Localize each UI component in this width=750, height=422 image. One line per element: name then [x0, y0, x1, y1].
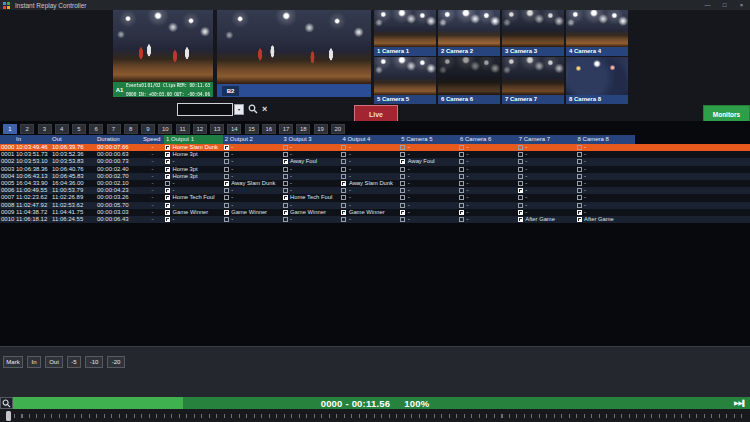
channel-5-checkbox[interactable]	[400, 167, 405, 172]
channel-3-checkbox[interactable]	[283, 159, 288, 164]
channel-7-checkbox[interactable]	[518, 145, 523, 150]
mark-button-out[interactable]: Out	[45, 356, 63, 368]
channel-6-checkbox[interactable]	[459, 217, 464, 222]
channel-3-checkbox[interactable]	[283, 210, 288, 215]
channel-8-checkbox[interactable]	[577, 210, 582, 215]
channel-4-checkbox[interactable]	[341, 195, 346, 200]
channel-5-checkbox[interactable]	[400, 188, 405, 193]
channel-7-checkbox[interactable]	[518, 195, 523, 200]
channel-1-checkbox[interactable]	[165, 210, 170, 215]
channel-4-checkbox[interactable]	[341, 181, 346, 186]
channel-4-checkbox[interactable]	[341, 152, 346, 157]
program-monitor-a[interactable]: A1 Events0101/02 ClipsREM: 00:11.63 0000…	[113, 10, 213, 97]
playback-progress-bar[interactable]: 0000 - 00:11.56 100% ▶▶▌	[0, 397, 750, 409]
channel-7-checkbox[interactable]	[518, 188, 523, 193]
channel-4-checkbox[interactable]	[341, 210, 346, 215]
tab-13[interactable]: 13	[210, 124, 224, 134]
channel-8-checkbox[interactable]	[577, 203, 582, 208]
channel-6-checkbox[interactable]	[459, 203, 464, 208]
tab-7[interactable]: 7	[107, 124, 121, 134]
channel-1-checkbox[interactable]	[165, 167, 170, 172]
tab-10[interactable]: 10	[158, 124, 172, 134]
channel-5-checkbox[interactable]	[400, 217, 405, 222]
channel-2-checkbox[interactable]	[224, 217, 229, 222]
channel-3-checkbox[interactable]	[283, 174, 288, 179]
channel-8-checkbox[interactable]	[577, 159, 582, 164]
channel-8-checkbox[interactable]	[577, 217, 582, 222]
channel-2-checkbox[interactable]	[224, 159, 229, 164]
table-row[interactable]: 000110:03:51.7310:03:52.3600:00:00.63-Ho…	[0, 151, 750, 158]
channel-4-checkbox[interactable]	[341, 174, 346, 179]
channel-4-checkbox[interactable]	[341, 159, 346, 164]
channel-6-checkbox[interactable]	[459, 159, 464, 164]
minimize-button[interactable]: —	[699, 2, 716, 8]
maximize-button[interactable]: □	[716, 2, 733, 8]
channel-5-checkbox[interactable]	[400, 174, 405, 179]
channel-3-checkbox[interactable]	[283, 203, 288, 208]
channel-7-checkbox[interactable]	[518, 181, 523, 186]
close-button[interactable]: ×	[733, 2, 750, 8]
timeline-thumb[interactable]	[6, 411, 11, 421]
channel-5-checkbox[interactable]	[400, 195, 405, 200]
tab-12[interactable]: 12	[193, 124, 207, 134]
search-icon[interactable]	[248, 104, 258, 114]
channel-1-checkbox[interactable]	[165, 159, 170, 164]
table-row[interactable]: 000611:00:49.5511:00:53.7900:00:04.23---…	[0, 187, 750, 194]
channel-2-checkbox[interactable]	[224, 188, 229, 193]
table-row[interactable]: 000811:02:47.9211:02:53.6200:00:05.70---…	[0, 202, 750, 209]
channel-6-checkbox[interactable]	[459, 210, 464, 215]
channel-1-checkbox[interactable]	[165, 152, 170, 157]
timeline-zoom-button[interactable]	[0, 397, 13, 409]
channel-4-checkbox[interactable]	[341, 203, 346, 208]
tab-16[interactable]: 16	[262, 124, 276, 134]
table-row[interactable]: 000410:06:43.1310:06:45.8300:00:02.70-Ho…	[0, 173, 750, 180]
table-row[interactable]: 000210:03:53.1010:03:53.8300:00:00.73---…	[0, 158, 750, 165]
channel-6-checkbox[interactable]	[459, 188, 464, 193]
table-row[interactable]: 000711:02:23.6211:02:26.8900:00:03.26-Ho…	[0, 194, 750, 201]
channel-1-checkbox[interactable]	[165, 203, 170, 208]
table-row[interactable]: 000911:04:38.7211:04:41.7500:00:03.03-Ga…	[0, 209, 750, 216]
channel-2-checkbox[interactable]	[224, 210, 229, 215]
mark-button-5[interactable]: -5	[67, 356, 81, 368]
channel-1-checkbox[interactable]	[165, 217, 170, 222]
channel-1-checkbox[interactable]	[165, 188, 170, 193]
channel-8-checkbox[interactable]	[577, 167, 582, 172]
tab-5[interactable]: 5	[72, 124, 86, 134]
channel-5-checkbox[interactable]	[400, 152, 405, 157]
channel-7-checkbox[interactable]	[518, 174, 523, 179]
channel-2-checkbox[interactable]	[224, 167, 229, 172]
channel-2-checkbox[interactable]	[224, 152, 229, 157]
preview-monitor-b[interactable]: B2	[217, 10, 371, 97]
channel-2-checkbox[interactable]	[224, 145, 229, 150]
tab-1[interactable]: 1	[3, 124, 17, 134]
channel-7-checkbox[interactable]	[518, 210, 523, 215]
channel-7-checkbox[interactable]	[518, 167, 523, 172]
tab-9[interactable]: 9	[141, 124, 155, 134]
channel-4-checkbox[interactable]	[341, 217, 346, 222]
channel-2-checkbox[interactable]	[224, 181, 229, 186]
tab-11[interactable]: 11	[176, 124, 190, 134]
channel-5-checkbox[interactable]	[400, 210, 405, 215]
channel-8-checkbox[interactable]	[577, 145, 582, 150]
tab-17[interactable]: 17	[279, 124, 293, 134]
channel-6-checkbox[interactable]	[459, 152, 464, 157]
channel-3-checkbox[interactable]	[283, 167, 288, 172]
channel-7-checkbox[interactable]	[518, 159, 523, 164]
channel-1-checkbox[interactable]	[165, 195, 170, 200]
channel-2-checkbox[interactable]	[224, 203, 229, 208]
channel-6-checkbox[interactable]	[459, 167, 464, 172]
channel-8-checkbox[interactable]	[577, 188, 582, 193]
channel-8-checkbox[interactable]	[577, 152, 582, 157]
timeline-ruler[interactable]	[0, 409, 750, 422]
channel-2-checkbox[interactable]	[224, 174, 229, 179]
tab-19[interactable]: 19	[314, 124, 328, 134]
search-input[interactable]	[177, 103, 233, 116]
channel-7-checkbox[interactable]	[518, 152, 523, 157]
tab-18[interactable]: 18	[296, 124, 310, 134]
channel-5-checkbox[interactable]	[400, 159, 405, 164]
channel-5-checkbox[interactable]	[400, 181, 405, 186]
channel-1-checkbox[interactable]	[165, 145, 170, 150]
channel-7-checkbox[interactable]	[518, 203, 523, 208]
mark-button-in[interactable]: In	[27, 356, 41, 368]
tab-6[interactable]: 6	[89, 124, 103, 134]
